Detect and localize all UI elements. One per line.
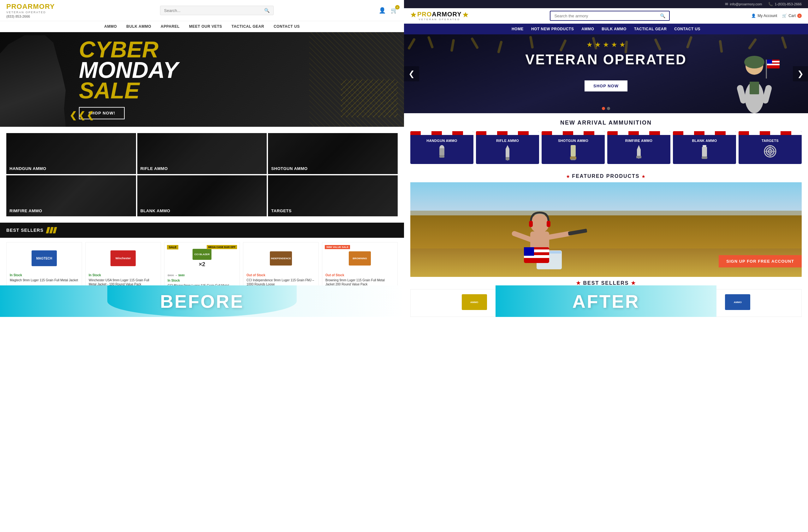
right-nav-hot-products[interactable]: HOT NEW PRODUCTS [531,27,574,31]
right-search-bar[interactable]: 🔍 [550,11,670,21]
ammo-cat-rimfire-content: RIMFIRE AMMO [607,135,671,162]
svg-rect-58 [511,230,533,243]
ammo-cat-rimfire[interactable]: RIMFIRE AMMO [607,131,671,164]
right-search-input[interactable] [554,14,660,18]
handgun-overlay: HANDGUN AMMO [6,133,136,174]
featured-grass [410,211,802,248]
rimfire-bullet-icon [636,145,641,159]
flag-f5 [715,131,725,135]
ammo-cat-shotgun[interactable]: SHOTGUN AMMO [541,131,605,164]
right-nav-ammo[interactable]: AMMO [581,27,594,31]
right-nav-tactical[interactable]: TACTICAL GEAR [634,27,667,31]
after-label-container: AFTER [496,285,716,317]
left-nav-bulk-ammo[interactable]: BULK AMMO [126,24,151,29]
right-hero-soldier [726,41,783,113]
flag-f4 [704,131,715,135]
product-magtech-img: MAGTECH [10,246,78,271]
hero-dot-1[interactable] [602,107,605,110]
right-cart-button[interactable]: 🛒 Cart 0 [782,14,802,18]
ammo-cat-rifle[interactable]: RIFLE AMMO [476,131,539,164]
rifle-ammo-label: RIFLE AMMO [141,166,168,171]
hero-dot-2[interactable] [607,107,610,110]
ammo-cat-targets[interactable]: TARGETS [738,131,802,164]
svg-rect-30 [439,148,444,155]
flag-f1 [410,131,421,135]
hero-next-button[interactable]: ❯ [793,66,808,81]
winchester-img-box: Winchester [110,250,136,266]
right-nav: HOME HOT NEW PRODUCTS AMMO BULK AMMO TAC… [404,24,808,34]
cart-icon: 🛒 [782,14,787,18]
svg-rect-33 [571,145,576,156]
left-nav-tactical[interactable]: TACTICAL GEAR [232,24,264,29]
right-hero-banner: ★ ★ ★ ★ ★ VETERAN OPERATED SHOP NOW [404,34,808,113]
bestsellers-title: BEST SELLERS [6,228,43,233]
cci-old-price: $800 [168,274,174,277]
left-search-bar[interactable]: 🔍 [160,6,274,15]
flag-f5 [518,131,528,135]
svg-rect-15 [719,40,723,53]
flag-f4 [442,131,452,135]
hero-prev-button[interactable]: ❮ [404,66,419,81]
right-topbar: ✉ info@proarmory.com 📞 1-(833)-853-2666 [404,0,808,8]
right-account-button[interactable]: 👤 My Account [751,14,777,18]
sign-up-button[interactable]: SIGN UP FOR FREE ACCOUNT [719,255,802,267]
left-cart-badge: 0 [395,5,400,10]
ammo-cat-handgun-content: HANDGUN AMMO [410,135,474,162]
cci-discounted: $680 [178,274,185,277]
category-blank[interactable]: BLANK AMMO [137,175,267,216]
flag-f1 [476,131,486,135]
mega-case-badge: MEGA CASE $120 OFF [207,245,237,249]
targets-overlay: TARGETS [268,175,398,216]
right-nav-bulk-ammo[interactable]: BULK AMMO [602,27,626,31]
category-targets[interactable]: TARGETS [268,175,398,216]
category-shotgun[interactable]: SHOTGUN AMMO [268,133,398,174]
left-nav-contact[interactable]: CONTACT US [274,24,300,29]
right-nav-contact[interactable]: CONTACT US [674,27,700,31]
svg-rect-38 [702,147,707,156]
flag-f2 [421,131,431,135]
svg-rect-36 [636,156,641,158]
right-search-icon[interactable]: 🔍 [660,13,665,18]
product-winchester-img: Winchester [89,246,158,271]
new-arrival-section: NEW ARRIVAL AMMUNITION HANDGUN AMMO [404,113,808,170]
left-cart-icon[interactable]: 🛒 0 [391,7,398,14]
left-hero-text: CYBER MONDAY SALE SHOP NOW! [79,39,178,119]
featured-title-text: FEATURED PRODUCTS [572,173,640,179]
hero-cta-area: SHOP NOW [585,75,627,92]
right-logo: PROARMORY VETERAN OPERATED [410,11,469,21]
ammo-cat-handgun[interactable]: HANDGUN AMMO [410,131,474,164]
left-account-icon[interactable]: 👤 [379,7,386,14]
before-label-container: BEFORE [107,285,297,317]
product-browning-img: BROWNING [326,246,394,271]
flag-f1 [541,131,552,135]
svg-rect-28 [750,82,759,94]
ammo-cat-blank-content: BLANK AMMO [673,135,736,162]
right-shop-now-button[interactable]: SHOP NOW [585,80,627,92]
category-rifle[interactable]: RIFLE AMMO [137,133,267,174]
product-magtech-status: In Stock [10,273,78,277]
left-bestsellers-header: BEST SELLERS [0,223,404,238]
left-logo-phone: (833) 853-2666 [6,15,55,18]
flag-f3 [563,131,573,135]
product-cci-status: In Stock [168,279,236,282]
featured-hero-image: SIGN UP FOR FREE ACCOUNT [410,182,802,277]
veteran-operated-text: VETERAN OPERATED [525,52,687,67]
flag-f2 [683,131,694,135]
flag-f6 [791,131,802,135]
hero-stars-row: ★ ★ ★ ★ ★ [586,41,626,49]
svg-rect-57 [568,229,587,235]
after-text: AFTER [572,291,640,312]
right-nav-home[interactable]: HOME [512,27,524,31]
left-nav-meet-vets[interactable]: MEET OUR VETS [189,24,222,29]
flag-f1 [607,131,618,135]
left-nav-apparel[interactable]: APPAREL [161,24,180,29]
flag-f3 [431,131,442,135]
ammo-cat-blank[interactable]: BLANK AMMO [673,131,736,164]
ammo-cat-rimfire-label: RIMFIRE AMMO [625,139,653,142]
left-search-input[interactable] [164,8,264,13]
left-nav-ammo[interactable]: AMMO [104,24,117,29]
independence-img-box: INDEPENDENCE [270,251,292,266]
category-rimfire[interactable]: RIMFIRE AMMO [6,175,136,216]
hero-right-decoration [341,32,404,127]
category-handgun[interactable]: HANDGUN AMMO [6,133,136,174]
